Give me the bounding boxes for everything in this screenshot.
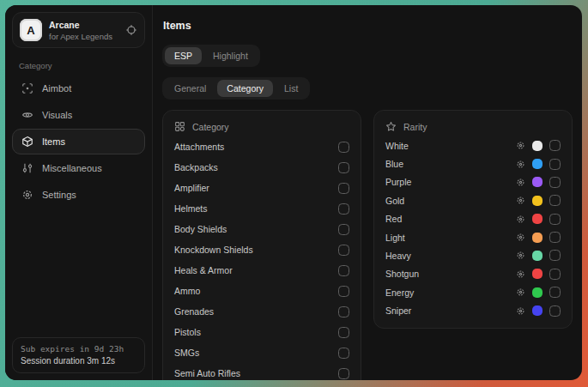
aim-icon: [21, 82, 33, 94]
rarity-checkbox[interactable]: [549, 140, 561, 151]
rarity-label: Blue: [385, 159, 403, 169]
rarity-controls: [516, 250, 561, 261]
category-checkbox[interactable]: [338, 142, 349, 153]
mode-toggle-button[interactable]: Highlight: [203, 47, 258, 64]
category-row: Knockdown Shields: [174, 239, 349, 260]
mode-toggle: ESP Highlight: [162, 45, 260, 67]
star-icon: [385, 121, 397, 132]
category-panel: Category Attachments Backpacks: [162, 110, 361, 380]
gear-icon[interactable]: [516, 233, 525, 242]
color-swatch[interactable]: [532, 141, 543, 151]
rarity-row: Sniper: [385, 301, 561, 319]
rarity-checkbox[interactable]: [549, 159, 561, 170]
color-swatch[interactable]: [532, 287, 543, 298]
rarity-label: Heavy: [385, 251, 411, 261]
session-duration-text: Session duration 3m 12s: [21, 356, 136, 366]
sub-expires-text: Sub expires in 9d 23h: [21, 344, 136, 354]
category-checkbox[interactable]: [338, 286, 349, 297]
rarity-controls: [516, 232, 561, 243]
category-checkbox[interactable]: [338, 368, 349, 379]
category-label: Pistols: [174, 327, 201, 337]
color-swatch[interactable]: [532, 159, 543, 169]
category-checkbox[interactable]: [338, 348, 349, 359]
app-titles: Arcane for Apex Legends: [49, 20, 112, 41]
rarity-checkbox[interactable]: [549, 269, 561, 280]
app-logo: A: [20, 19, 42, 41]
gear-icon[interactable]: [516, 178, 525, 187]
subscription-info: Sub expires in 9d 23h Session duration 3…: [12, 337, 145, 373]
rarity-row: White: [385, 136, 561, 154]
gear-icon[interactable]: [516, 196, 525, 205]
sidebar-item[interactable]: Aimbot: [12, 76, 145, 101]
rarity-checkbox[interactable]: [549, 177, 561, 188]
gear-icon[interactable]: [516, 215, 525, 224]
color-swatch[interactable]: [532, 196, 543, 206]
crosshair-icon[interactable]: [125, 24, 137, 36]
rarity-row: Red: [385, 210, 561, 228]
rarity-checkbox[interactable]: [549, 250, 561, 261]
rarity-panel: Rarity White: [373, 110, 573, 329]
visuals-icon: [21, 109, 33, 121]
category-label: SMGs: [174, 348, 199, 358]
category-row: Backpacks: [174, 157, 349, 178]
view-tab[interactable]: General: [165, 80, 215, 97]
gear-icon[interactable]: [516, 306, 525, 316]
category-panel-header: Category: [174, 118, 349, 136]
items-icon: [21, 136, 33, 148]
sidebar-item-label: Miscellaneous: [42, 163, 102, 173]
color-swatch[interactable]: [532, 177, 543, 187]
gear-icon[interactable]: [516, 287, 525, 297]
rarity-row: Energy: [385, 283, 561, 301]
category-label: Grenades: [174, 306, 214, 317]
rarity-label: Purple: [385, 177, 411, 187]
gear-icon[interactable]: [516, 269, 525, 279]
category-checkbox[interactable]: [338, 245, 349, 256]
rarity-controls: [516, 269, 561, 280]
category-checkbox[interactable]: [338, 162, 349, 173]
sidebar: A Arcane for Apex Legends Category: [5, 5, 153, 380]
rarity-checkbox[interactable]: [549, 287, 561, 298]
gear-icon[interactable]: [516, 141, 525, 150]
sidebar-item[interactable]: Settings: [12, 182, 145, 208]
color-swatch[interactable]: [532, 251, 543, 261]
view-tab[interactable]: List: [275, 80, 307, 97]
color-swatch[interactable]: [532, 214, 543, 224]
rarity-checkbox[interactable]: [549, 214, 561, 225]
category-checkbox[interactable]: [338, 327, 349, 338]
category-row: Body Shields: [174, 219, 349, 239]
rarity-controls: [516, 305, 561, 317]
gear-icon[interactable]: [516, 160, 525, 169]
sidebar-item[interactable]: Miscellaneous: [12, 155, 145, 181]
rarity-controls: [516, 140, 561, 151]
rarity-label: Sniper: [385, 305, 411, 316]
category-checkbox[interactable]: [338, 183, 349, 194]
rarity-label: Shotgun: [385, 269, 419, 279]
main-content: Items ESP Highlight General Category Lis…: [153, 5, 582, 380]
sidebar-item-label: Aimbot: [42, 83, 71, 94]
rarity-checkbox[interactable]: [549, 232, 561, 243]
mode-toggle-button[interactable]: ESP: [165, 47, 202, 64]
color-swatch[interactable]: [532, 305, 543, 316]
category-row: Pistols: [174, 322, 349, 342]
category-label: Heals & Armor: [174, 265, 233, 275]
sidebar-item[interactable]: Visuals: [12, 102, 145, 128]
category-checkbox[interactable]: [338, 224, 349, 235]
misc-icon: [21, 162, 33, 174]
rarity-panel-header: Rarity: [385, 118, 561, 136]
view-tab[interactable]: Category: [217, 80, 273, 97]
color-swatch[interactable]: [532, 269, 543, 279]
color-swatch[interactable]: [532, 233, 543, 243]
desktop-background: A Arcane for Apex Legends Category: [0, 0, 588, 387]
app-window: A Arcane for Apex Legends Category: [5, 5, 582, 380]
rarity-checkbox[interactable]: [549, 195, 561, 206]
gear-icon[interactable]: [516, 251, 525, 260]
rarity-checkbox[interactable]: [549, 305, 561, 317]
category-label: Amplifier: [174, 183, 209, 193]
category-checkbox[interactable]: [338, 306, 349, 317]
category-label: Semi Auto Rifles: [174, 368, 240, 378]
rarity-controls: [516, 177, 561, 188]
rarity-controls: [516, 214, 561, 225]
category-checkbox[interactable]: [338, 203, 349, 215]
category-checkbox[interactable]: [338, 265, 349, 276]
sidebar-item[interactable]: Items: [12, 129, 145, 154]
